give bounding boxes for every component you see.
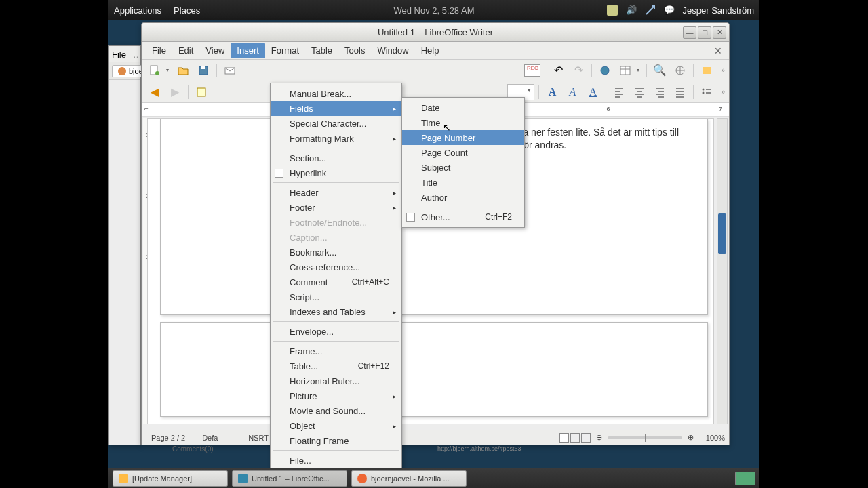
menu-fields[interactable]: Fields▸ (271, 101, 401, 116)
field-time[interactable]: Time (402, 115, 524, 130)
field-date[interactable]: Date (402, 100, 524, 115)
menu-window[interactable]: Window (371, 43, 414, 58)
field-page-count[interactable]: Page Count (402, 145, 524, 160)
task-libreoffice[interactable]: Untitled 1 – LibreOffic... (232, 470, 347, 487)
rec-icon[interactable]: REC (524, 64, 540, 77)
menu-hyperlink[interactable]: Hyperlink (271, 165, 401, 180)
menu-insert[interactable]: Insert (231, 43, 265, 58)
update-icon (119, 474, 128, 483)
back-menu-file[interactable]: File (112, 49, 126, 60)
view-layout-icons[interactable] (559, 433, 591, 443)
navigator-icon[interactable] (671, 62, 689, 79)
menu-insert-table[interactable]: Table...Ctrl+F12 (271, 359, 401, 373)
menu-footer[interactable]: Footer▸ (271, 200, 401, 215)
chat-icon[interactable]: 💬 (664, 5, 675, 16)
comments-footer[interactable]: Comments(0) (172, 445, 214, 453)
status-page[interactable]: Page 2 / 2 (146, 430, 191, 445)
bullets-icon[interactable] (698, 83, 715, 101)
applications-menu[interactable]: Applications (114, 5, 161, 16)
menu-manual-break[interactable]: Manual Break... (271, 86, 401, 101)
menu-file[interactable]: File (146, 43, 172, 58)
menu-header[interactable]: Header▸ (271, 185, 401, 200)
field-title[interactable]: Title (402, 175, 524, 190)
svg-point-12 (703, 88, 705, 90)
open-icon[interactable] (174, 62, 192, 79)
toolbar2-overflow-icon[interactable]: » (721, 88, 725, 96)
svg-rect-3 (201, 66, 205, 69)
find-icon[interactable]: 🔍 (651, 62, 669, 79)
zoom-in-icon[interactable]: ⊕ (688, 433, 694, 442)
minimize-button[interactable]: — (683, 26, 696, 39)
network-icon[interactable] (645, 5, 656, 16)
places-menu[interactable]: Places (174, 5, 200, 16)
save-icon[interactable] (195, 62, 212, 79)
standard-toolbar: ▾ REC ↶ ↷ ▾ 🔍 » (142, 60, 729, 81)
zoom-slider[interactable] (608, 436, 682, 439)
menu-help[interactable]: Help (415, 43, 446, 58)
menu-floating-frame[interactable]: Floating Frame (271, 433, 401, 448)
scrollbar-thumb[interactable] (718, 214, 726, 254)
menu-format[interactable]: Format (265, 43, 305, 58)
zoom-value[interactable]: 100% (699, 434, 725, 442)
task-firefox[interactable]: bjoernjaevel - Mozilla ... (351, 470, 467, 487)
undo-icon[interactable]: ↶ (549, 62, 567, 79)
menu-movie[interactable]: Movie and Sound... (271, 403, 401, 418)
zoom-out-icon[interactable]: ⊖ (596, 433, 602, 442)
menu-edit[interactable]: Edit (172, 43, 199, 58)
nav-fwd-icon[interactable]: ▶ (166, 83, 184, 101)
close-button[interactable]: ✕ (713, 26, 726, 39)
update-tray-icon[interactable] (607, 5, 618, 16)
workspace-switcher-icon[interactable] (735, 472, 755, 485)
menu-caption[interactable]: Caption... (271, 230, 401, 245)
maximize-button[interactable]: ◻ (698, 26, 711, 39)
menu-special-char[interactable]: Special Character... (271, 116, 401, 131)
table-insert-icon[interactable] (616, 62, 634, 79)
task-update-manager[interactable]: [Update Manager] (113, 470, 228, 487)
titlebar[interactable]: Untitled 1 – LibreOffice Writer — ◻ ✕ (142, 23, 729, 42)
align-justify-icon[interactable] (671, 83, 689, 101)
menu-file-insert[interactable]: File... (271, 453, 401, 468)
gallery-icon[interactable] (698, 62, 715, 79)
menu-crossref[interactable]: Cross-reference... (271, 260, 401, 274)
back-menu-more: … (133, 49, 142, 60)
menu-comment[interactable]: CommentCtrl+Alt+C (271, 274, 401, 289)
nav-back-icon[interactable]: ◀ (146, 83, 163, 101)
menu-object[interactable]: Object▸ (271, 418, 401, 433)
menu-picture[interactable]: Picture▸ (271, 388, 401, 403)
menu-frame[interactable]: Frame... (271, 344, 401, 359)
hyperlink-icon[interactable] (596, 62, 614, 79)
field-page-number[interactable]: Page Number (402, 130, 524, 145)
menu-section[interactable]: Section... (271, 150, 401, 165)
document-close-icon[interactable]: ✕ (711, 45, 725, 56)
align-right-icon[interactable] (651, 83, 669, 101)
menu-view[interactable]: View (199, 43, 231, 58)
align-left-icon[interactable] (610, 83, 628, 101)
clock[interactable]: Wed Nov 2, 5:28 AM (394, 5, 475, 16)
menu-indexes[interactable]: Indexes and Tables▸ (271, 304, 401, 319)
menu-bookmark[interactable]: Bookmark... (271, 245, 401, 260)
bold-icon[interactable]: A (543, 83, 561, 101)
new-doc-icon[interactable] (146, 62, 163, 79)
field-subject[interactable]: Subject (402, 160, 524, 175)
redo-icon[interactable]: ↷ (570, 62, 587, 79)
email-icon[interactable] (221, 62, 239, 79)
underline-icon[interactable]: A (584, 83, 601, 101)
menu-hruler[interactable]: Horizontal Ruler... (271, 373, 401, 388)
align-center-icon[interactable] (631, 83, 648, 101)
menu-tools[interactable]: Tools (338, 43, 371, 58)
vertical-scrollbar[interactable] (717, 118, 728, 424)
user-menu[interactable]: Jesper Sandström (683, 5, 755, 16)
toolbar-overflow-icon[interactable]: » (721, 66, 725, 74)
menu-footnote[interactable]: Footnote/Endnote... (271, 215, 401, 230)
italic-icon[interactable]: A (564, 83, 581, 101)
field-other[interactable]: Other...Ctrl+F2 (402, 209, 524, 224)
menu-formatting-mark[interactable]: Formatting Mark▸ (271, 131, 401, 146)
menu-script[interactable]: Script... (271, 289, 401, 304)
menu-envelope[interactable]: Envelope... (271, 324, 401, 339)
field-author[interactable]: Author (402, 190, 524, 205)
background-window: File … bjoe... (108, 45, 141, 445)
status-style[interactable]: Defa (197, 430, 237, 445)
menu-table[interactable]: Table (305, 43, 338, 58)
styles-icon[interactable] (193, 83, 210, 101)
volume-icon[interactable]: 🔊 (626, 5, 637, 16)
